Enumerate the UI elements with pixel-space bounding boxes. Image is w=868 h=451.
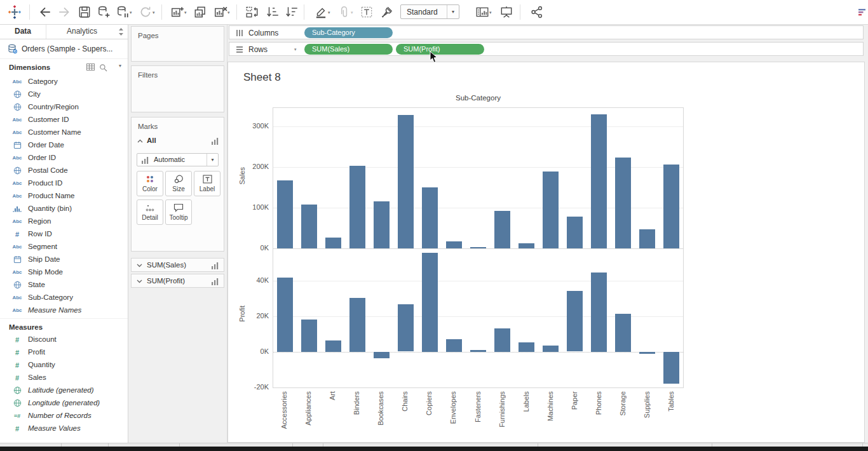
label-button[interactable]: Label: [194, 171, 220, 196]
field-number-of-records[interactable]: =#Number of Records: [0, 410, 128, 422]
category-label-tables[interactable]: Tables: [667, 391, 675, 412]
field-measure-names[interactable]: AbcMeasure Names: [0, 304, 128, 317]
bar-phones-profit[interactable]: [591, 273, 607, 352]
show-hide-cards-caret[interactable]: ▾: [489, 10, 492, 15]
marks-card-sum-profit[interactable]: SUM(Profit): [131, 274, 224, 288]
tab-data[interactable]: Data: [0, 24, 46, 39]
pill-sub-category[interactable]: Sub-Category: [304, 27, 393, 38]
bar-phones-sales[interactable]: [591, 114, 607, 248]
field-product-name[interactable]: AbcProduct Name: [0, 190, 128, 203]
sales-axis-label[interactable]: Sales: [238, 167, 246, 185]
category-label-phones[interactable]: Phones: [595, 391, 602, 415]
category-label-chairs[interactable]: Chairs: [401, 391, 409, 412]
share-button[interactable]: [530, 5, 544, 19]
category-label-furnishings[interactable]: Furnishings: [498, 391, 506, 427]
mark-type-caret[interactable]: ▾: [207, 154, 218, 166]
field-quantity-bin[interactable]: Quantity (bin): [0, 203, 128, 215]
highlight-button[interactable]: [314, 5, 328, 19]
field-state[interactable]: State: [0, 279, 128, 292]
color-button[interactable]: Color: [137, 171, 163, 196]
bar-paper-sales[interactable]: [567, 217, 583, 248]
bar-chairs-profit[interactable]: [398, 304, 414, 351]
datasource-item[interactable]: Orders (Sample - Supers...: [0, 39, 128, 59]
field-order-id[interactable]: AbcOrder ID: [0, 152, 128, 165]
show-hide-cards-button[interactable]: [475, 5, 489, 19]
tooltip-button[interactable]: Tooltip: [165, 199, 192, 225]
bar-tables-sales[interactable]: [663, 165, 679, 248]
run-update-button[interactable]: [139, 5, 153, 19]
category-label-paper[interactable]: Paper: [571, 391, 578, 410]
field-longitude-generated[interactable]: Longitude (generated): [0, 397, 128, 410]
bar-furnishings-profit[interactable]: [494, 328, 510, 352]
bar-furnishings-sales[interactable]: [494, 211, 510, 248]
chevron-up-icon[interactable]: [137, 139, 143, 143]
bar-fasteners-profit[interactable]: [470, 350, 486, 352]
bar-bookcases-sales[interactable]: [374, 201, 390, 248]
dimensions-menu-caret[interactable]: ▾: [119, 63, 121, 69]
field-customer-id[interactable]: AbcCustomer ID: [0, 114, 128, 126]
category-label-fasteners[interactable]: Fasteners: [474, 391, 482, 422]
profit-axis-label[interactable]: Profit: [238, 306, 246, 322]
pause-auto-updates-caret[interactable]: ▾: [130, 10, 132, 15]
clear-sheet-caret[interactable]: ▾: [227, 10, 230, 15]
rows-shelf[interactable]: Rows ▾ SUM(Sales)SUM(Profit): [229, 42, 864, 56]
columns-shelf[interactable]: Columns Sub-Category: [229, 25, 864, 39]
pane-sort-icon[interactable]: [118, 28, 124, 36]
bar-art-sales[interactable]: [325, 238, 341, 248]
bar-art-profit[interactable]: [325, 340, 341, 352]
fit-selector[interactable]: Standard ▾: [400, 4, 459, 19]
bar-accessories-profit[interactable]: [277, 278, 293, 352]
category-label-art[interactable]: Art: [329, 391, 336, 400]
category-label-supplies[interactable]: Supplies: [643, 391, 651, 418]
sort-descending-button[interactable]: [285, 5, 299, 19]
bar-labels-profit[interactable]: [519, 342, 534, 352]
category-label-labels[interactable]: Labels: [522, 391, 530, 412]
highlight-caret[interactable]: ▾: [328, 10, 330, 15]
filters-shelf[interactable]: Filters: [131, 65, 224, 112]
bar-paper-profit[interactable]: [567, 291, 583, 351]
run-update-caret[interactable]: ▾: [153, 10, 155, 15]
fix-axes-pin-icon[interactable]: [380, 5, 394, 19]
bar-copiers-profit[interactable]: [422, 253, 438, 352]
marks-all-row[interactable]: All: [132, 134, 224, 148]
category-label-storage[interactable]: Storage: [619, 391, 627, 416]
field-postal-code[interactable]: Postal Code: [0, 165, 128, 177]
field-category[interactable]: AbcCategory: [0, 76, 128, 88]
chevron-down-icon[interactable]: [137, 264, 142, 267]
text-label-button[interactable]: [360, 5, 374, 19]
clear-sheet-button[interactable]: [214, 5, 227, 19]
mark-type-dropdown[interactable]: Automatic ▾: [137, 153, 219, 166]
field-city[interactable]: City: [0, 88, 128, 101]
bar-machines-sales[interactable]: [543, 172, 559, 248]
detail-button[interactable]: Detail: [137, 199, 163, 225]
bar-binders-profit[interactable]: [349, 298, 365, 352]
field-ship-date[interactable]: Ship Date: [0, 253, 128, 266]
field-product-id[interactable]: AbcProduct ID: [0, 177, 128, 190]
category-label-envelopes[interactable]: Envelopes: [449, 391, 457, 424]
field-sub-category[interactable]: AbcSub-Category: [0, 292, 128, 304]
bar-supplies-profit[interactable]: [639, 352, 655, 354]
field-sales[interactable]: #Sales: [0, 372, 128, 384]
bar-supplies-sales[interactable]: [639, 229, 655, 248]
bar-envelopes-sales[interactable]: [446, 241, 462, 248]
category-label-accessories[interactable]: Accessories: [280, 391, 288, 429]
category-label-appliances[interactable]: Appliances: [304, 391, 312, 426]
find-field-search-icon[interactable]: [99, 64, 107, 72]
field-country-region[interactable]: Country/Region: [0, 101, 128, 114]
new-worksheet-button[interactable]: [170, 5, 184, 19]
view-data-grid-icon[interactable]: [86, 64, 95, 71]
bar-copiers-sales[interactable]: [422, 187, 438, 248]
marks-card-sum-sales[interactable]: SUM(Sales): [131, 258, 224, 272]
category-label-binders[interactable]: Binders: [353, 391, 360, 415]
save-button[interactable]: [78, 5, 92, 19]
pill-sum-sales[interactable]: SUM(Sales): [304, 44, 393, 55]
field-profit[interactable]: #Profit: [0, 346, 128, 359]
bar-machines-profit[interactable]: [543, 346, 559, 352]
bar-appliances-sales[interactable]: [301, 205, 317, 248]
category-label-bookcases[interactable]: Bookcases: [377, 391, 384, 426]
size-button[interactable]: Size: [165, 171, 192, 196]
bar-bookcases-profit[interactable]: [374, 352, 390, 358]
sort-ascending-button[interactable]: [266, 5, 280, 19]
field-latitude-generated[interactable]: Latitude (generated): [0, 384, 128, 397]
field-ship-mode[interactable]: AbcShip Mode: [0, 266, 128, 279]
